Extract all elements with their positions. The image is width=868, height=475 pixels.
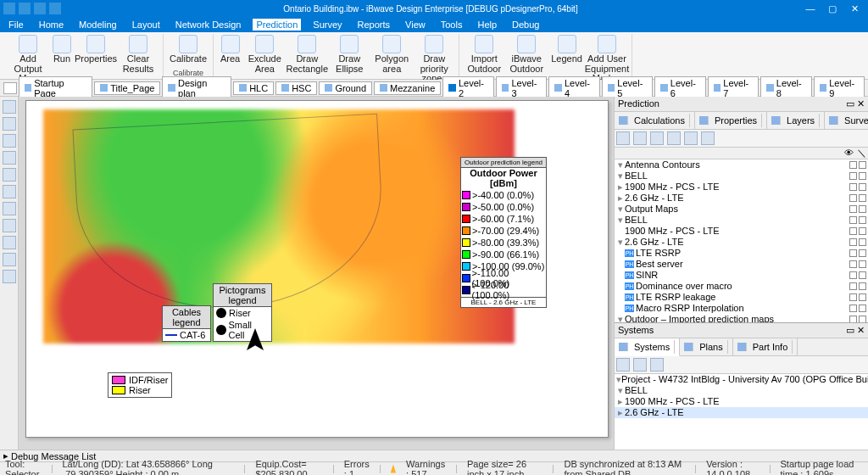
antenna-tool-icon[interactable]: [3, 117, 16, 131]
visibility-checkbox[interactable]: [849, 238, 857, 246]
ribbon-clear-results[interactable]: Clear Results: [119, 34, 158, 75]
ribbon-polygon-area[interactable]: Polygon area: [372, 34, 411, 75]
qat-save-icon[interactable]: [3, 3, 15, 14]
ribbon-legend[interactable]: Legend: [549, 34, 584, 65]
tree-item[interactable]: ▸1900 MHz - PCS - LTE: [615, 396, 868, 407]
visibility-checkbox[interactable]: [849, 172, 857, 180]
ribbon-properties[interactable]: Properties: [76, 34, 115, 65]
qat-help-icon[interactable]: [49, 3, 61, 14]
tree-item[interactable]: ▾BELL: [615, 385, 868, 396]
menu-network-design[interactable]: Network Design: [172, 19, 245, 31]
lock-checkbox[interactable]: [859, 227, 866, 235]
tree-item[interactable]: 1900 MHz - PCS - LTE: [615, 226, 868, 237]
visibility-checkbox[interactable]: [849, 282, 857, 290]
ribbon-run[interactable]: Run: [51, 34, 73, 65]
ribbon-exclude-area[interactable]: Exclude Area: [245, 34, 284, 75]
ribbon-draw-ellipse[interactable]: Draw Ellipse: [330, 34, 369, 75]
twisty-icon[interactable]: ▾: [616, 215, 625, 226]
settings-icon[interactable]: [684, 131, 698, 145]
visibility-checkbox[interactable]: [849, 216, 857, 224]
grid-tool-icon[interactable]: [3, 253, 16, 266]
lock-checkbox[interactable]: [859, 183, 866, 191]
twisty-icon[interactable]: ▾: [616, 237, 625, 248]
minimize-button[interactable]: —: [800, 3, 821, 14]
list-tool-icon[interactable]: [3, 270, 16, 283]
lock-checkbox[interactable]: [859, 194, 866, 202]
twisty-icon[interactable]: ▸: [616, 396, 625, 407]
qat-redo-icon[interactable]: [34, 3, 46, 14]
lock-checkbox[interactable]: [859, 216, 866, 224]
lock-checkbox[interactable]: [859, 305, 866, 312]
tree-item[interactable]: ▾BELL: [615, 215, 868, 226]
pred-tab-properties[interactable]: Properties: [695, 112, 767, 129]
lock-checkbox[interactable]: [859, 238, 866, 246]
cables-legend[interactable]: Cables legend CAT-6: [162, 305, 211, 342]
ribbon-draw-rectangle[interactable]: Draw Rectangle: [287, 34, 326, 75]
sys-more-icon[interactable]: [650, 358, 664, 372]
visibility-checkbox[interactable]: [849, 161, 857, 169]
tree-item[interactable]: PHBest server: [615, 259, 868, 270]
wrench-tool-icon[interactable]: [3, 151, 16, 165]
tree-item[interactable]: ▾Output Maps: [615, 204, 868, 215]
twisty-icon[interactable]: ▾: [616, 204, 625, 215]
add-icon[interactable]: [616, 131, 630, 145]
sys-tab-systems[interactable]: Systems: [615, 338, 680, 356]
doc-tab-title-page[interactable]: Title_Page: [94, 81, 160, 95]
ribbon-ibwave-outdoor[interactable]: iBwave Outdoor: [507, 34, 546, 75]
tree-item[interactable]: ▸2.6 GHz - LTE: [615, 193, 868, 204]
sys-tab-part-info[interactable]: Part Info: [733, 338, 798, 355]
doc-tab-ground[interactable]: Ground: [319, 81, 372, 95]
tree-item[interactable]: ▾Project - W4732 IntBldg - University Av…: [615, 374, 868, 385]
play-icon[interactable]: [650, 131, 664, 145]
lock-checkbox[interactable]: [859, 205, 866, 213]
tree-item[interactable]: ▾2.6 GHz - LTE: [615, 237, 868, 248]
delete-icon[interactable]: [633, 131, 647, 145]
more-icon[interactable]: [701, 131, 715, 145]
outdoor-prediction-legend[interactable]: Outdoor prediction legend Outdoor Power …: [460, 157, 547, 308]
lock-checkbox[interactable]: [859, 172, 866, 180]
menu-help[interactable]: Help: [474, 19, 500, 31]
lock-checkbox[interactable]: [859, 249, 866, 257]
menu-file[interactable]: File: [5, 19, 27, 31]
pred-tab-calculations[interactable]: Calculations: [615, 112, 695, 129]
menu-tools[interactable]: Tools: [437, 19, 466, 31]
lock-checkbox[interactable]: [859, 282, 866, 290]
filter-tool-icon[interactable]: [3, 168, 16, 182]
sys-tab-plans[interactable]: Plans: [680, 338, 733, 355]
lock-checkbox[interactable]: [859, 260, 866, 268]
doc-tab-mezzanine[interactable]: Mezzanine: [374, 81, 441, 95]
doc-tab-hsc[interactable]: HSC: [275, 81, 317, 95]
twisty-icon[interactable]: ▾: [616, 385, 625, 396]
status-errors[interactable]: Errors : 1: [344, 459, 370, 476]
lock-checkbox[interactable]: [859, 293, 866, 301]
visibility-checkbox[interactable]: [849, 227, 857, 235]
qat-undo-icon[interactable]: [19, 3, 31, 14]
twisty-icon[interactable]: ▾: [616, 314, 625, 322]
tree-item[interactable]: ▾Antenna Contours: [615, 159, 868, 170]
menu-home[interactable]: Home: [36, 19, 67, 31]
doc-tab-hlc[interactable]: HLC: [233, 81, 274, 95]
pred-tab-layers[interactable]: Layers: [767, 112, 825, 129]
tree-item[interactable]: PHLTE RSRP leakage: [615, 292, 868, 303]
layers-tool-icon[interactable]: [3, 202, 16, 215]
lock-checkbox[interactable]: [859, 161, 866, 169]
wifi-tool-icon[interactable]: [3, 236, 16, 249]
ribbon-calibrate[interactable]: Calibrate: [169, 34, 208, 65]
visibility-checkbox[interactable]: [849, 293, 857, 301]
visibility-checkbox[interactable]: [849, 305, 857, 312]
close-button[interactable]: ✕: [844, 3, 865, 14]
tree-item[interactable]: ▾Outdoor – Imported prediction maps: [615, 314, 868, 322]
visibility-checkbox[interactable]: [849, 249, 857, 257]
tree-item[interactable]: PHDominance over macro: [615, 281, 868, 292]
twisty-icon[interactable]: ▾: [616, 170, 625, 182]
pred-tab-survey[interactable]: Survey: [825, 112, 868, 129]
cube-tool-icon[interactable]: [3, 185, 16, 198]
tree-item[interactable]: PHMacro RSRP Interpolation: [615, 303, 868, 314]
tree-item[interactable]: ▸1900 MHz - PCS - LTE: [615, 182, 868, 193]
twisty-icon[interactable]: ▸: [616, 182, 625, 193]
menu-modeling[interactable]: Modeling: [75, 19, 120, 31]
menu-reports[interactable]: Reports: [354, 19, 394, 31]
systems-tree[interactable]: ▾Project - W4732 IntBldg - University Av…: [615, 374, 868, 450]
tree-item[interactable]: ▾BELL: [615, 170, 868, 182]
stop-icon[interactable]: [667, 131, 681, 145]
